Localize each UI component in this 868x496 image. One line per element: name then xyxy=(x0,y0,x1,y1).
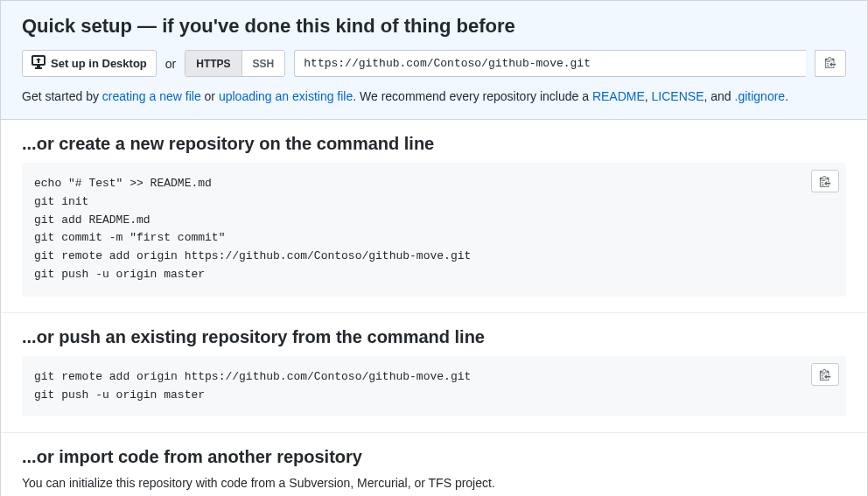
quick-setup-heading: Quick setup — if you've done this kind o… xyxy=(22,15,846,38)
create-code-text: echo "# Test" >> README.md git init git … xyxy=(34,175,834,284)
push-code-block: git remote add origin https://github.com… xyxy=(22,356,846,417)
desktop-download-icon xyxy=(32,55,46,72)
quick-setup-panel: Quick setup — if you've done this kind o… xyxy=(1,1,867,120)
setup-in-desktop-label: Set up in Desktop xyxy=(51,57,147,70)
push-code-text: git remote add origin https://github.com… xyxy=(34,368,834,405)
clipboard-icon xyxy=(819,175,831,187)
protocol-ssh-button[interactable]: SSH xyxy=(242,51,285,76)
setup-in-desktop-button[interactable]: Set up in Desktop xyxy=(22,50,157,77)
or-text: or xyxy=(165,57,176,71)
copy-create-code-button[interactable] xyxy=(811,170,839,192)
clipboard-icon xyxy=(819,368,831,381)
repo-empty-state: Quick setup — if you've done this kind o… xyxy=(0,0,868,496)
protocol-toggle: HTTPS SSH xyxy=(185,50,285,77)
clone-url-input[interactable] xyxy=(294,50,806,77)
push-repo-heading: ...or push an existing repository from t… xyxy=(22,327,846,347)
copy-push-code-button[interactable] xyxy=(811,363,839,386)
create-repo-heading: ...or create a new repository on the com… xyxy=(22,134,846,154)
create-new-file-link[interactable]: creating a new file xyxy=(102,89,201,103)
push-repo-section: ...or push an existing repository from t… xyxy=(1,313,867,434)
gitignore-link[interactable]: .gitignore xyxy=(735,89,786,103)
quick-setup-help-text: Get started by creating a new file or up… xyxy=(22,89,846,103)
setup-row: Set up in Desktop or HTTPS SSH xyxy=(22,50,846,77)
import-repo-heading: ...or import code from another repositor… xyxy=(22,447,846,467)
upload-existing-file-link[interactable]: uploading an existing file xyxy=(219,89,353,103)
create-repo-section: ...or create a new repository on the com… xyxy=(1,120,867,313)
import-repo-section: ...or import code from another repositor… xyxy=(1,433,867,496)
create-code-block: echo "# Test" >> README.md git init git … xyxy=(22,163,846,297)
clipboard-icon xyxy=(824,56,836,71)
license-link[interactable]: LICENSE xyxy=(652,89,704,103)
protocol-https-button[interactable]: HTTPS xyxy=(186,51,242,76)
readme-link[interactable]: README xyxy=(592,89,645,103)
copy-url-button[interactable] xyxy=(815,50,846,77)
import-subtext: You can initialize this repository with … xyxy=(22,476,846,490)
